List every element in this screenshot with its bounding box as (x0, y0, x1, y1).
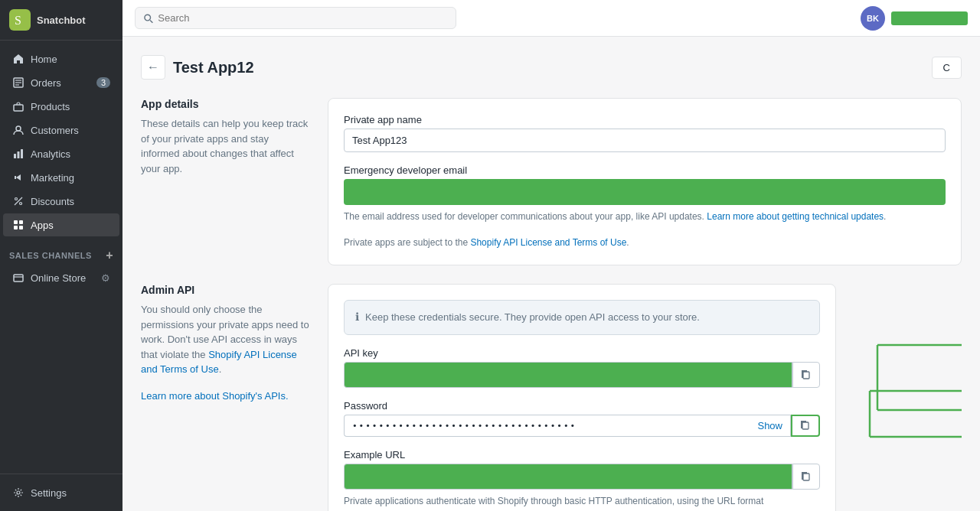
emergency-email-label: Emergency developer email (344, 164, 946, 176)
topbar: BK (122, 0, 980, 37)
learn-more-link[interactable]: Learn more about Shopify's APIs. (141, 390, 289, 402)
arrows-svg (854, 284, 962, 498)
search-bar[interactable] (135, 7, 456, 29)
orders-icon (12, 76, 24, 89)
app-details-description: App details These details can help you k… (141, 98, 309, 265)
add-sales-channel-button[interactable]: + (106, 249, 113, 262)
marketing-icon (12, 171, 24, 184)
sidebar-item-label-apps: Apps (31, 220, 54, 231)
terms-note: Private apps are subject to the Shopify … (344, 236, 946, 249)
example-url-input (344, 464, 792, 490)
api-key-input (344, 362, 792, 388)
sales-channels-section: SALES CHANNELS + (0, 242, 122, 265)
svg-rect-16 (14, 226, 18, 229)
sidebar-item-analytics[interactable]: Analytics (3, 142, 119, 165)
copy-icon (801, 369, 812, 380)
topbar-status-bar (891, 11, 968, 25)
sidebar-item-label-discounts: Discounts (31, 196, 74, 207)
sidebar-item-label-products: Products (31, 101, 70, 112)
page-header: ← Test App12 C (141, 55, 962, 80)
app-details-card: Private app name Emergency developer ema… (328, 98, 962, 265)
copy-password-icon (800, 420, 811, 431)
page-header-actions: C (932, 57, 962, 79)
password-label: Password (344, 400, 820, 412)
sidebar-item-marketing[interactable]: Marketing (3, 166, 119, 189)
sidebar-item-orders[interactable]: Orders 3 (3, 71, 119, 94)
svg-rect-6 (14, 105, 23, 111)
svg-rect-17 (19, 226, 23, 229)
app-details-title: App details (141, 98, 309, 110)
show-password-button[interactable]: Show (750, 415, 791, 437)
password-input[interactable]: •••••••••••••••••••••••••••••••••• (344, 415, 750, 437)
sidebar-item-label-online-store: Online Store (31, 272, 86, 284)
sidebar-item-online-store[interactable]: Online Store ⚙ (3, 266, 119, 289)
copy-url-icon (801, 471, 812, 482)
admin-api-description: Admin API You should only choose the per… (141, 284, 309, 511)
app-details-desc-text: These details can help you keep track of… (141, 116, 309, 176)
sidebar-item-label-analytics: Analytics (31, 148, 70, 160)
back-button[interactable]: ← (141, 55, 165, 80)
svg-line-22 (150, 20, 152, 22)
sidebar-item-label-orders: Orders (31, 77, 61, 89)
api-key-copy-button[interactable] (792, 362, 820, 388)
sidebar: S Snatchbot Home Orders 3 Products (0, 0, 122, 511)
sidebar-item-discounts[interactable]: Discounts (3, 190, 119, 213)
learn-more-text: Learn more about Shopify's APIs. (141, 389, 309, 404)
discounts-icon (12, 195, 24, 207)
svg-point-12 (20, 203, 22, 205)
example-url-copy-button[interactable] (792, 464, 820, 490)
admin-api-section: Admin API You should only choose the per… (141, 284, 962, 511)
svg-point-20 (17, 491, 20, 494)
private-app-name-group: Private app name (344, 114, 946, 152)
sidebar-item-apps[interactable]: Apps (3, 213, 119, 236)
sidebar-item-products[interactable]: Products (3, 95, 119, 118)
info-banner-text: Keep these credentials secure. They prov… (365, 310, 700, 325)
analytics-icon (12, 148, 24, 160)
api-key-input-row (344, 362, 820, 388)
sidebar-item-label-marketing: Marketing (31, 172, 74, 184)
email-note-text: The email address used for developer com… (344, 211, 704, 222)
sidebar-item-settings[interactable]: Settings (3, 481, 119, 504)
svg-line-13 (15, 197, 22, 205)
emergency-email-input[interactable] (344, 179, 946, 205)
password-field-row: •••••••••••••••••••••••••••••••••• Show (344, 415, 820, 437)
svg-point-7 (16, 126, 21, 131)
search-input[interactable] (158, 12, 448, 24)
home-icon (12, 53, 24, 65)
svg-rect-25 (803, 474, 809, 480)
settings-icon (12, 487, 24, 499)
email-note-link[interactable]: Learn more about getting technical updat… (707, 211, 884, 222)
example-url-note: Private applications authenticate with S… (344, 494, 820, 512)
page-title: Test App12 (173, 59, 254, 76)
admin-api-desc-text: You should only choose the permissions y… (141, 302, 309, 377)
info-icon: ℹ (355, 311, 359, 325)
online-store-settings-icon[interactable]: ⚙ (101, 272, 110, 284)
example-url-input-row (344, 464, 820, 490)
example-url-label: Example URL (344, 449, 820, 461)
info-banner: ℹ Keep these credentials secure. They pr… (344, 300, 820, 335)
example-url-group: Example URL Private applications authent… (344, 449, 820, 512)
sidebar-item-label-customers: Customers (31, 125, 79, 136)
admin-api-title: Admin API (141, 284, 309, 296)
terms-prefix: Private apps are subject to the (344, 237, 470, 248)
svg-rect-18 (14, 275, 23, 282)
sections-wrapper: App details These details can help you k… (141, 98, 962, 511)
main-content: ← Test App12 C App details These details… (122, 37, 980, 511)
sidebar-header: S Snatchbot (0, 0, 122, 41)
app-details-section: App details These details can help you k… (141, 98, 962, 265)
email-note: The email address used for developer com… (344, 210, 946, 223)
header-action-button[interactable]: C (932, 57, 962, 79)
svg-rect-24 (802, 422, 808, 429)
api-key-group: API key (344, 347, 820, 388)
svg-point-21 (145, 15, 151, 21)
terms-link[interactable]: Shopify API License and Terms of Use (470, 237, 626, 248)
products-icon (12, 100, 24, 112)
avatar: BK (861, 6, 885, 31)
password-copy-button[interactable] (791, 415, 820, 437)
online-store-icon (12, 272, 24, 284)
svg-text:S: S (15, 14, 21, 27)
sidebar-item-home[interactable]: Home (3, 47, 119, 70)
sidebar-item-label-settings: Settings (31, 487, 67, 499)
sidebar-item-customers[interactable]: Customers (3, 119, 119, 142)
private-app-name-input[interactable] (344, 129, 946, 152)
